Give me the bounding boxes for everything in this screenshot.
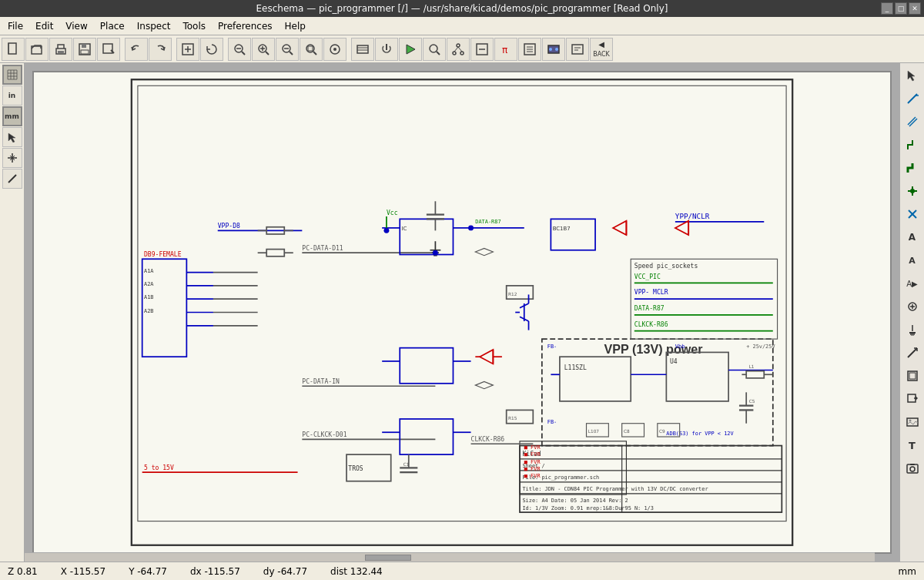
svg-line-66	[8, 175, 16, 183]
refresh-button[interactable]	[200, 38, 223, 61]
add-label-button[interactable]: A	[902, 226, 923, 248]
scroll-thumb[interactable]	[365, 555, 411, 561]
draw-bus-button[interactable]	[902, 157, 923, 179]
no-connect-button[interactable]	[902, 203, 923, 225]
menu-preferences[interactable]: Preferences	[212, 19, 279, 33]
menu-inspect[interactable]: Inspect	[131, 19, 177, 33]
svg-text:DATA-R87: DATA-R87	[634, 305, 665, 312]
svg-point-179	[383, 228, 389, 233]
svg-text:■ FVR: ■ FVR	[524, 444, 541, 451]
back-button[interactable]: ◀BACK	[590, 38, 613, 61]
draw-wire-button[interactable]	[902, 134, 923, 156]
bom-button[interactable]	[518, 38, 541, 61]
cross-probe-button[interactable]	[2, 148, 22, 168]
redo-button[interactable]	[149, 38, 172, 61]
svg-text:C1: C1	[403, 462, 410, 467]
new-button[interactable]	[2, 38, 25, 61]
svg-line-230	[908, 348, 917, 357]
add-hlabel-button[interactable]: A▶	[902, 273, 923, 294]
zoom-prev-button[interactable]	[228, 38, 251, 61]
pi-button[interactable]: π	[494, 38, 517, 61]
power-button[interactable]	[375, 38, 398, 61]
svg-point-27	[333, 48, 336, 51]
draw-lines-button[interactable]	[902, 342, 923, 364]
svg-text:■ FVR: ■ FVR	[524, 459, 541, 465]
grid-toggle-button[interactable]	[2, 65, 22, 85]
undo-button[interactable]	[125, 38, 148, 61]
add-sheet-button[interactable]	[902, 365, 923, 387]
horizontal-scrollbar[interactable]	[25, 552, 875, 562]
svg-text:A2B: A2B	[144, 308, 153, 314]
svg-line-17	[266, 52, 269, 55]
close-button[interactable]: ✕	[909, 2, 921, 15]
svg-point-181	[468, 225, 474, 230]
menu-view[interactable]: View	[59, 19, 93, 33]
svg-rect-7	[81, 50, 89, 54]
svg-text:VPP-D8: VPP-D8	[218, 223, 240, 230]
save-button[interactable]	[73, 38, 96, 61]
svg-text:C9: C9	[659, 429, 665, 434]
save-as-button[interactable]	[97, 38, 120, 61]
import-sheet-pin-button[interactable]	[902, 388, 923, 410]
add-image-button[interactable]	[902, 411, 923, 433]
menu-file[interactable]: File	[2, 19, 29, 33]
edit-sym-button[interactable]	[470, 38, 494, 61]
open-button[interactable]	[25, 38, 49, 61]
menu-help[interactable]: Help	[279, 19, 312, 33]
minimize-button[interactable]: _	[881, 2, 893, 15]
print-button[interactable]	[49, 38, 72, 61]
svg-point-33	[430, 45, 437, 52]
unit-mm-button[interactable]: mm	[2, 106, 22, 126]
sim-button[interactable]	[399, 38, 422, 61]
svg-line-34	[437, 52, 440, 55]
add-symbol-button[interactable]	[902, 296, 923, 317]
menu-edit[interactable]: Edit	[29, 19, 59, 33]
svg-text:C8: C8	[624, 429, 630, 434]
svg-text:A2A: A2A	[144, 281, 154, 287]
inspect-button[interactable]	[423, 38, 446, 61]
svg-rect-8	[103, 44, 112, 53]
select-tool-button[interactable]	[902, 65, 923, 86]
svg-text:+ 25v/25V: + 25v/25V	[746, 344, 775, 350]
zoom-in-button[interactable]	[252, 38, 275, 61]
add-wire-side-button[interactable]	[2, 169, 22, 189]
add-junction-button[interactable]	[902, 180, 923, 202]
zoom-area-button[interactable]	[300, 38, 323, 61]
pcb-button[interactable]	[542, 38, 565, 61]
netlist-button[interactable]	[566, 38, 589, 61]
svg-text:FB-: FB-	[547, 419, 557, 425]
net-button[interactable]	[447, 38, 470, 61]
svg-text:Title: JDN - CDN84 PIC Program: Title: JDN - CDN84 PIC Programmer with 1…	[522, 486, 708, 492]
main-toolbar: π ◀BACK	[0, 35, 924, 63]
svg-text:VPP- MCLR: VPP- MCLR	[634, 289, 668, 296]
svg-marker-32	[407, 45, 415, 54]
menu-place[interactable]: Place	[94, 19, 131, 33]
zoom-out-button[interactable]	[276, 38, 299, 61]
route-single-button[interactable]	[902, 88, 923, 109]
screenshot-button[interactable]	[902, 458, 923, 479]
svg-marker-216	[908, 71, 915, 81]
svg-line-38	[454, 47, 458, 52]
svg-rect-6	[82, 44, 86, 48]
window-controls[interactable]: _ □ ✕	[881, 2, 921, 15]
unit-in-button[interactable]: in	[2, 85, 22, 106]
menubar: File Edit View Place Inspect Tools Prefe…	[0, 17, 924, 35]
svg-text:Size: A4    Date: 05 Jan 2014 : Size: A4 Date: 05 Jan 2014 Rev: 2	[522, 498, 628, 504]
svg-text:■ FVR: ■ FVR	[524, 473, 541, 479]
svg-line-39	[458, 47, 462, 52]
route-diff-button[interactable]	[902, 111, 923, 132]
svg-point-35	[457, 44, 460, 47]
cursor-button[interactable]	[2, 127, 22, 147]
svg-line-24	[313, 52, 316, 55]
schematic-canvas[interactable]: KiCad Sheet / File: pic_programmer.sch T…	[25, 63, 899, 562]
maximize-button[interactable]: □	[895, 2, 907, 15]
sym-lib-button[interactable]	[351, 38, 374, 61]
y-coord: Y -64.77	[129, 566, 167, 577]
zoom-fit-button[interactable]	[176, 38, 199, 61]
add-text-button[interactable]: T	[902, 434, 923, 456]
add-glabel-button[interactable]: A	[902, 250, 923, 271]
svg-point-180	[433, 250, 438, 256]
add-power-button[interactable]	[902, 319, 923, 340]
menu-tools[interactable]: Tools	[176, 19, 212, 33]
zoom-center-button[interactable]	[323, 38, 346, 61]
